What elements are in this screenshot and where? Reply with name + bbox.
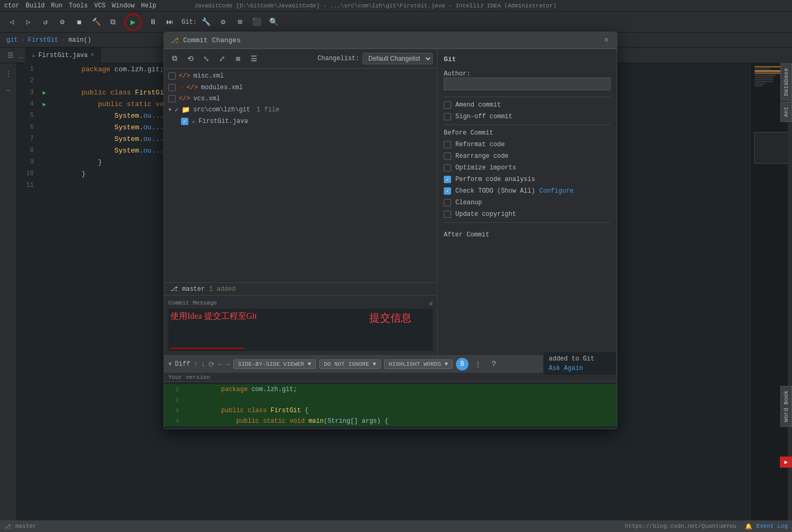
sidebar-minimize[interactable]: ─ (2, 84, 15, 97)
checkbox-firstgit[interactable]: ✓ (181, 118, 188, 125)
checkbox-update-copyright[interactable] (444, 211, 451, 218)
copy-btn[interactable]: ⧉ (106, 15, 120, 30)
file-item-firstgit[interactable]: ✓ ☕ FirstGit.java (164, 116, 437, 127)
event-log-link[interactable]: Event Log (757, 523, 788, 529)
checkbox-rearrange[interactable] (444, 153, 451, 160)
menu-item-window[interactable]: Window (112, 2, 135, 10)
right-diff-btn[interactable]: → (226, 360, 230, 368)
rearrange-label: Rearrange code (455, 153, 509, 160)
run-button[interactable]: ▶ (125, 14, 141, 31)
diff-expand-icon[interactable]: ▼ (168, 361, 172, 367)
grid-btn[interactable]: ⊞ (233, 15, 247, 30)
history-icon[interactable]: ⟲ (184, 52, 197, 65)
checkbox-amend[interactable] (444, 101, 451, 109)
database-tab[interactable]: Database (780, 63, 792, 101)
dialog-titlebar: ⎇ Commit Changes × (164, 32, 617, 49)
side-by-side-viewer-btn[interactable]: SIDE-BY-SIDE VIEWER ▼ (233, 359, 316, 369)
expand-icon[interactable]: ⤡ (200, 52, 213, 65)
tab-minimize[interactable]: _ (17, 51, 25, 59)
user-avatar[interactable]: B (456, 358, 469, 370)
sidebar-structure[interactable]: ⋮ (2, 68, 15, 80)
grid-icon[interactable]: ⊞ (232, 52, 244, 65)
menu-item-tools[interactable]: Tools (69, 2, 88, 10)
bottom-right-tab[interactable]: ▶ (780, 457, 792, 468)
back-btn[interactable]: ◁ (4, 15, 19, 30)
terminal-btn[interactable]: ⬛ (250, 15, 264, 30)
menu-item-help[interactable]: Help (141, 2, 156, 10)
checkbox-perform-analysis[interactable]: ✓ (444, 176, 451, 183)
git-icon[interactable]: 🔧 (199, 15, 214, 30)
group-icon[interactable]: ☰ (247, 52, 260, 65)
file-item-vcs[interactable]: </> vcs.xml (164, 93, 437, 104)
reload-btn[interactable]: ↺ (38, 15, 53, 30)
more-options-btn[interactable]: ⋮ (472, 358, 484, 370)
arrow-icon-modules: ➜ (179, 83, 183, 92)
ant-tab[interactable]: Ant (780, 102, 792, 122)
menu-item-build[interactable]: Build (26, 2, 45, 10)
tab-hamburger[interactable]: ☰ (4, 51, 17, 60)
step-btn[interactable]: ⏭ (163, 15, 177, 30)
checkbox-cleanup[interactable] (444, 199, 451, 206)
pause-btn[interactable]: ⏸ (146, 15, 160, 30)
commit-dialog[interactable]: ⎇ Commit Changes × ⧉ ⟲ ⤡ ⤢ ⊞ ☰ Changelis… (164, 32, 617, 429)
author-field: Author: (444, 70, 610, 90)
ask-again-label[interactable]: Ask Again (549, 365, 611, 372)
word-book-tab[interactable]: Word Book (780, 386, 792, 426)
breadcrumb-root[interactable]: git (6, 36, 18, 44)
check-todo-label: Check TODO (Show All) (455, 187, 535, 195)
checkbox-modules[interactable] (168, 84, 176, 91)
changelist-select[interactable]: Default Changelist (362, 53, 433, 64)
left-diff-btn[interactable]: ← (218, 360, 222, 368)
file-item-misc[interactable]: </> misc.xml (164, 71, 437, 81)
commit-message-container[interactable]: 使用Idea 提交工程至Git 提交信息 (168, 309, 433, 351)
preview-num-4: 4 (166, 418, 183, 424)
checkbox-misc[interactable] (168, 72, 176, 80)
author-input[interactable] (444, 78, 610, 90)
history-btn[interactable]: ↺ (429, 300, 433, 307)
menu-item-actor[interactable]: ctor (4, 2, 20, 10)
run-config-btn[interactable]: ▷ (21, 15, 36, 30)
folder-item-src[interactable]: ▼ ✓ 📁 src\com\lzh\git 1 file (164, 104, 437, 116)
side-tabs: Database Ant (780, 63, 792, 122)
do-not-ignore-btn[interactable]: DO NOT IGNORE ▼ (319, 359, 381, 369)
checkbox-optimize[interactable] (444, 164, 451, 172)
up-arrow-btn[interactable]: ↑ (193, 360, 197, 368)
optimize-imports-row: Optimize imports (444, 164, 610, 172)
help-btn[interactable]: ? (488, 358, 500, 370)
menu-bar: ctor Build Run Tools VCS Window Help Jav… (0, 0, 792, 12)
line-num-4: 4 (19, 100, 40, 108)
preview-num-3: 3 (166, 407, 183, 414)
settings-btn[interactable]: ⚙ (216, 15, 231, 30)
checkbox-sign-off[interactable] (444, 113, 451, 120)
check-todo-row: ✓ Check TODO (Show All) Configure (444, 187, 610, 195)
refresh-diff-btn[interactable]: ⟳ (208, 360, 215, 369)
menu-item-vcs[interactable]: VCS (94, 2, 106, 10)
checkbox-reformat[interactable] (444, 141, 451, 148)
line-num-5: 5 (19, 112, 40, 119)
breadcrumb-method[interactable]: main() (69, 36, 91, 44)
search-btn[interactable]: 🔍 (266, 15, 281, 30)
diff-view-icon[interactable]: ⧉ (168, 52, 181, 65)
close-dialog-button[interactable]: × (602, 36, 610, 45)
close-icon[interactable]: × (91, 52, 94, 58)
tab-firstgit[interactable]: ☕ FirstGit.java × (25, 48, 101, 63)
breadcrumb-class[interactable]: FirstGit (28, 36, 59, 44)
breadcrumb-sep-2: › (61, 36, 65, 44)
debug-btn[interactable]: ⚙ (55, 15, 70, 30)
down-arrow-btn[interactable]: ↓ (201, 360, 205, 368)
url-link[interactable]: https://blog.csdn.net/QuantumYou (625, 523, 736, 529)
cleanup-label: Cleanup (455, 199, 482, 206)
collapse-icon[interactable]: ⤢ (216, 52, 228, 65)
checkbox-src[interactable]: ✓ (175, 106, 178, 114)
highlight-words-btn[interactable]: HIGHLIGHT WORDS ▼ (384, 359, 453, 369)
amend-label: Amend commit (455, 101, 501, 109)
stop-btn[interactable]: ◼ (72, 15, 87, 30)
configure-link[interactable]: Configure (539, 187, 574, 195)
git-added-message: added to Git (549, 355, 611, 363)
checkbox-check-todo[interactable]: ✓ (444, 187, 451, 195)
build-btn[interactable]: 🔨 (89, 15, 103, 30)
perform-analysis-label: Perform code analysis (455, 176, 535, 183)
file-item-modules[interactable]: ➜ </> modules.xml (164, 81, 437, 93)
menu-item-run[interactable]: Run (51, 2, 63, 10)
checkbox-vcs[interactable] (168, 95, 176, 102)
